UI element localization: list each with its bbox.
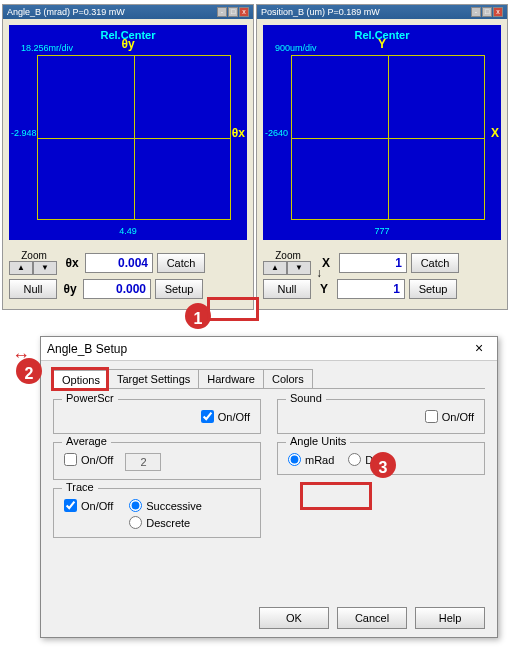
powerscr-onoff-checkbox[interactable]: On/Off (201, 410, 250, 423)
maximize-icon[interactable]: □ (228, 7, 238, 17)
angle-window-title: Angle_B (mrad) P=0.319 mW (7, 7, 125, 17)
catch-button[interactable]: Catch (157, 253, 205, 273)
trace-mode-successive[interactable]: Successive (129, 499, 202, 512)
angle-window-titlebar: Angle_B (mrad) P=0.319 mW - □ x (3, 5, 253, 19)
catch-button[interactable]: Catch (411, 253, 459, 273)
angle-plot: Rel.Center 18.256mr/div θy θx -2.948 4.4… (9, 25, 247, 240)
annotation-arrow-icon: ↔ (12, 345, 30, 366)
position-window-titlebar: Position_B (um) P=0.189 mW - □ x (257, 5, 507, 19)
axis-theta-y-label: θy (121, 37, 134, 51)
dialog-cancel-button[interactable]: Cancel (337, 607, 407, 629)
annotation-three: 3 (370, 452, 396, 478)
axis-left-value: -2.948 (11, 128, 37, 138)
group-average: Average On/Off (53, 442, 261, 480)
group-powerscr-title: PowerScr (62, 392, 118, 404)
tab-options[interactable]: Options (53, 370, 109, 389)
average-onoff-label: On/Off (81, 454, 113, 466)
group-trace: Trace On/Off Successive Descrete (53, 488, 261, 538)
group-average-title: Average (62, 435, 111, 447)
null-button[interactable]: Null (263, 279, 311, 299)
group-trace-title: Trace (62, 481, 98, 493)
close-icon[interactable]: x (239, 7, 249, 17)
annotation-one: 1 (185, 303, 211, 329)
zoom-out-button[interactable]: ▼ (33, 261, 57, 275)
trace-mode-descrete[interactable]: Descrete (129, 516, 202, 529)
sound-onoff-input[interactable] (425, 410, 438, 423)
average-onoff-checkbox[interactable]: On/Off (64, 453, 113, 466)
plot-frame (37, 55, 231, 220)
dialog-title: Angle_B Setup (47, 342, 127, 356)
average-onoff-input[interactable] (64, 453, 77, 466)
position-window-title: Position_B (um) P=0.189 mW (261, 7, 380, 17)
position-div-label: 900um/div (275, 43, 317, 53)
group-sound: Sound On/Off (277, 399, 485, 434)
dialog-tabstrip: Options Target Settings Hardware Colors (53, 369, 485, 389)
sound-onoff-label: On/Off (442, 411, 474, 423)
null-button[interactable]: Null (9, 279, 57, 299)
group-sound-title: Sound (286, 392, 326, 404)
y-label: Y (315, 282, 333, 296)
plot-frame (291, 55, 485, 220)
setup-button[interactable]: Setup (155, 279, 203, 299)
dialog-titlebar: Angle_B Setup × (41, 337, 497, 361)
axis-bottom-value: 777 (374, 226, 389, 236)
tab-target-settings[interactable]: Target Settings (108, 369, 199, 388)
position-plot: Rel.Center 900um/div Y X -2640 777 (263, 25, 501, 240)
axis-x-label: X (491, 126, 499, 140)
position-window: Position_B (um) P=0.189 mW - □ x Rel.Cen… (256, 4, 508, 310)
zoom-out-button[interactable]: ▼ (287, 261, 311, 275)
dialog-ok-button[interactable]: OK (259, 607, 329, 629)
trace-onoff-input[interactable] (64, 499, 77, 512)
x-label: X (317, 256, 335, 270)
setup-button[interactable]: Setup (409, 279, 457, 299)
y-input[interactable] (337, 279, 405, 299)
theta-y-label: θy (61, 282, 79, 296)
sound-onoff-checkbox[interactable]: On/Off (425, 410, 474, 423)
x-input[interactable] (339, 253, 407, 273)
trace-onoff-label: On/Off (81, 500, 113, 512)
tab-colors[interactable]: Colors (263, 369, 313, 388)
angle-div-label: 18.256mr/div (21, 43, 73, 53)
setup-dialog: Angle_B Setup × Options Target Settings … (40, 336, 498, 638)
minimize-icon[interactable]: - (471, 7, 481, 17)
axis-y-label: Y (378, 37, 386, 51)
trace-onoff-checkbox[interactable]: On/Off (64, 499, 113, 512)
axis-bottom-value: 4.49 (119, 226, 137, 236)
tab-hardware[interactable]: Hardware (198, 369, 264, 388)
maximize-icon[interactable]: □ (482, 7, 492, 17)
dialog-close-button[interactable]: × (467, 340, 491, 358)
angle-unit-mrad[interactable]: mRad (288, 453, 334, 466)
minimize-icon[interactable]: - (217, 7, 227, 17)
axis-theta-x-label: θx (232, 126, 245, 140)
dialog-help-button[interactable]: Help (415, 607, 485, 629)
theta-x-label: θx (63, 256, 81, 270)
group-powerscr: PowerScr On/Off (53, 399, 261, 434)
zoom-label: Zoom (263, 250, 313, 261)
group-angle-units-title: Angle Units (286, 435, 350, 447)
theta-y-input[interactable] (83, 279, 151, 299)
powerscr-onoff-input[interactable] (201, 410, 214, 423)
axis-left-value: -2640 (265, 128, 288, 138)
angle-window: Angle_B (mrad) P=0.319 mW - □ x Rel.Cent… (2, 4, 254, 310)
zoom-label: Zoom (9, 250, 59, 261)
theta-x-input[interactable] (85, 253, 153, 273)
average-spin-input[interactable] (125, 453, 161, 471)
zoom-in-button[interactable]: ▲ (9, 261, 33, 275)
powerscr-onoff-label: On/Off (218, 411, 250, 423)
zoom-in-button[interactable]: ▲ (263, 261, 287, 275)
close-icon[interactable]: x (493, 7, 503, 17)
